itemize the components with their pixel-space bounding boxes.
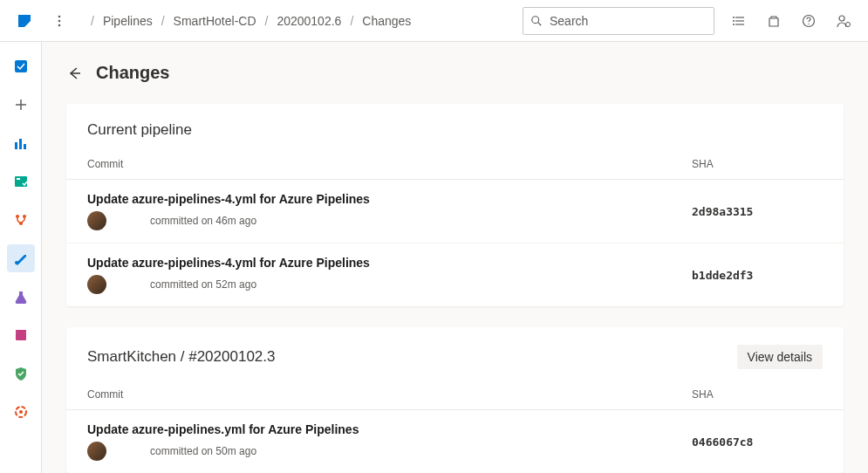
- svg-point-0: [58, 15, 61, 17]
- pipeline-section: SmartKitchen / #20200102.3 View details …: [66, 327, 844, 473]
- svg-point-8: [733, 17, 735, 18]
- commit-sha: b1dde2df3: [692, 269, 823, 282]
- table-header: Commit SHA: [66, 380, 844, 410]
- commit-row[interactable]: Update azure-pipelines-4.yml for Azure P…: [66, 180, 844, 243]
- commit-meta: committed on 50m ago: [150, 445, 256, 457]
- top-actions: [721, 3, 861, 38]
- page-title: Changes: [96, 63, 169, 83]
- commit-title: Update azure-pipelines-4.yml for Azure P…: [87, 256, 692, 270]
- section-title: Current pipeline: [87, 121, 192, 139]
- svg-point-1: [58, 19, 61, 22]
- breadcrumb-separator: /: [260, 14, 274, 28]
- plus-icon[interactable]: [7, 91, 35, 119]
- avatar: [87, 275, 106, 294]
- svg-point-23: [16, 215, 19, 218]
- repos-icon[interactable]: [7, 206, 35, 234]
- svg-rect-15: [15, 60, 27, 72]
- column-sha: SHA: [692, 158, 823, 170]
- commit-meta: committed on 46m ago: [150, 215, 256, 227]
- svg-point-30: [19, 410, 23, 414]
- svg-point-2: [58, 24, 61, 26]
- svg-point-9: [733, 20, 735, 22]
- help-icon[interactable]: [791, 3, 826, 38]
- more-icon[interactable]: [42, 3, 77, 38]
- breadcrumb-item[interactable]: Pipelines: [103, 14, 153, 28]
- table-header: Commit SHA: [66, 149, 844, 180]
- breadcrumb-separator: /: [345, 14, 359, 28]
- commit-row[interactable]: Update azure-pipelines.yml for Azure Pip…: [66, 410, 844, 473]
- commit-sha: 2d98a3315: [692, 205, 823, 218]
- svg-rect-21: [15, 176, 27, 187]
- project-icon[interactable]: [7, 52, 35, 80]
- svg-rect-19: [19, 139, 22, 149]
- commit-title: Update azure-pipelines-4.yml for Azure P…: [87, 192, 692, 206]
- page-header: Changes: [66, 63, 844, 83]
- test-plans-icon[interactable]: [7, 283, 35, 311]
- svg-point-12: [808, 23, 809, 24]
- avatar: [87, 442, 106, 461]
- side-rail: [0, 42, 42, 473]
- marketplace-icon[interactable]: [756, 3, 791, 38]
- column-commit: Commit: [87, 158, 692, 170]
- svg-point-14: [846, 22, 851, 26]
- column-commit: Commit: [87, 388, 692, 401]
- shield-icon[interactable]: [7, 360, 35, 387]
- search-input[interactable]: [550, 14, 707, 28]
- svg-point-26: [15, 261, 18, 264]
- commit-row[interactable]: Update azure-pipelines-4.yml for Azure P…: [66, 243, 844, 306]
- commit-title: Update azure-pipelines.yml for Azure Pip…: [87, 422, 692, 436]
- artifacts-icon[interactable]: [7, 321, 35, 349]
- pipelines-icon[interactable]: [7, 244, 35, 272]
- svg-point-13: [839, 16, 844, 21]
- column-sha: SHA: [692, 388, 823, 401]
- commit-sha: 0466067c8: [692, 435, 823, 449]
- avatar: [87, 211, 106, 230]
- user-settings-icon[interactable]: [826, 3, 861, 38]
- back-arrow-icon[interactable]: [66, 65, 82, 81]
- search-icon: [530, 15, 543, 27]
- svg-rect-28: [16, 330, 26, 332]
- view-details-button[interactable]: View details: [737, 345, 823, 369]
- svg-rect-22: [17, 178, 20, 180]
- list-icon[interactable]: [721, 3, 756, 38]
- breadcrumb: / Pipelines / SmartHotel-CD / 20200102.6…: [77, 14, 523, 28]
- breadcrumb-item[interactable]: 20200102.6: [277, 14, 341, 28]
- pipeline-section: Current pipeline Commit SHA Update azure…: [66, 104, 844, 306]
- svg-point-24: [23, 215, 26, 218]
- azure-logo-icon[interactable]: [7, 3, 42, 38]
- svg-rect-20: [24, 144, 26, 149]
- breadcrumb-item[interactable]: Changes: [362, 14, 411, 28]
- dashboard-icon[interactable]: [7, 129, 35, 157]
- svg-rect-18: [15, 142, 17, 149]
- svg-rect-27: [16, 332, 26, 340]
- search-box[interactable]: [523, 7, 714, 35]
- main-content: Changes Current pipeline Commit SHA Upda…: [42, 42, 868, 473]
- top-bar: / Pipelines / SmartHotel-CD / 20200102.6…: [0, 0, 868, 42]
- boards-icon[interactable]: [7, 168, 35, 195]
- breadcrumb-separator: /: [156, 14, 170, 28]
- extensions-icon[interactable]: [7, 398, 35, 426]
- svg-line-4: [538, 22, 542, 25]
- breadcrumb-separator: /: [85, 14, 99, 28]
- svg-point-3: [532, 16, 539, 23]
- svg-point-10: [733, 24, 735, 25]
- section-title: SmartKitchen / #20200102.3: [87, 348, 275, 366]
- breadcrumb-item[interactable]: SmartHotel-CD: [174, 14, 256, 28]
- commit-meta: committed on 52m ago: [150, 278, 256, 291]
